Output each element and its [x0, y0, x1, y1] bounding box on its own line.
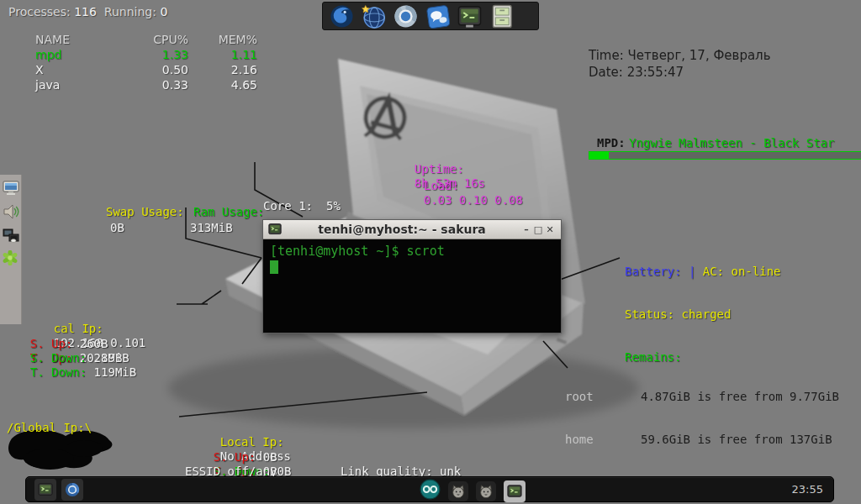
process-table: NAME CPU% MEM% mpd 1.33 1.11 X 0.50 2.16…	[35, 33, 257, 93]
taskbar-window-buttons	[34, 479, 83, 501]
system-tray	[420, 479, 526, 503]
col-name: NAME	[35, 33, 135, 48]
maximize-button[interactable]: □	[532, 224, 544, 235]
side-panel	[0, 175, 22, 324]
process-table-header: NAME CPU% MEM%	[35, 33, 257, 48]
table-row: java 0.33 4.65	[35, 78, 257, 93]
proc-mem: 4.65	[188, 78, 257, 93]
running-label: Running:	[104, 5, 156, 18]
lan-sdown-value: 289B	[94, 351, 123, 365]
minimize-button[interactable]: –	[520, 224, 532, 235]
disk-label: home	[565, 433, 641, 447]
load-line: Load: 0.03 0.10 0.08	[395, 165, 523, 222]
mpd-progress-bar[interactable]	[589, 151, 861, 160]
lan-down-row: S. Down: 289B T. Down: 119MiB	[2, 337, 155, 394]
ac-label: AC:	[703, 265, 724, 278]
swap-value: 0B	[110, 221, 124, 235]
proc-cpu: 1.33	[135, 48, 188, 63]
list-item: home59.6GiB is free from 137GiB	[565, 433, 839, 447]
table-row: mpd 1.33 1.11	[35, 48, 257, 63]
global-ip-label: /Global Ip:\	[7, 421, 92, 435]
swap-label: Swap Usage:	[106, 205, 184, 219]
date-label: Date:	[589, 65, 623, 80]
display-icon[interactable]	[3, 180, 19, 197]
battery-status-label: Status:	[625, 307, 674, 321]
proc-name: X	[35, 63, 135, 78]
table-row: X 0.50 2.16	[35, 63, 257, 78]
list-item: root4.87GiB is free from 9.77GiB	[565, 390, 839, 404]
proc-cpu: 0.50	[135, 63, 188, 78]
proc-mem: 1.11	[188, 48, 257, 63]
processes-summary: Processes: 116 Running: 0	[8, 5, 167, 18]
taskbar: 23:55	[25, 476, 834, 502]
proc-cpu: 0.33	[135, 78, 188, 93]
core1-value: 5%	[326, 199, 341, 213]
disk-value: 59.6GiB is free from 137GiB	[641, 433, 832, 446]
processes-value: 116	[74, 5, 97, 18]
chromium-icon[interactable]	[394, 4, 418, 29]
firefox-icon[interactable]	[330, 4, 354, 29]
taskbar-clock: 23:55	[792, 483, 823, 496]
processes-label: Processes:	[8, 5, 71, 18]
terminal-body[interactable]: [tenhi@myhost ~]$ scrot	[263, 239, 561, 278]
ac-value: on-line	[731, 265, 780, 278]
lan-tdown-value: 119MiB	[94, 365, 137, 379]
col-cpu: CPU%	[135, 33, 188, 48]
terminal-cursor	[270, 260, 278, 274]
app-dock	[322, 2, 539, 30]
clock-block: Time: Четверг, 17, Февраль Date: 23:55:4…	[589, 47, 771, 81]
terminal-titlebar[interactable]: tenhi@myhost:~ - sakura – □ ✕	[263, 220, 561, 239]
core1-label: Core 1:	[263, 199, 313, 213]
messenger-icon[interactable]	[425, 4, 450, 29]
mpd-label: MPD:	[597, 136, 626, 150]
ram-label: Ram Usage:	[193, 205, 264, 219]
file-manager-icon[interactable]	[489, 4, 514, 29]
taskbar-terminal-button[interactable]	[34, 479, 56, 501]
load-value: 0.03 0.10 0.08	[424, 193, 523, 207]
time-label: Time:	[589, 48, 624, 63]
network-computers-icon[interactable]	[3, 227, 19, 244]
lan-tdown-label: T. Down:	[30, 365, 87, 379]
mpd-song-title: Yngwie Malmsteen - Black Star	[629, 136, 834, 150]
terminal-title: tenhi@myhost:~ - sakura	[283, 223, 520, 236]
tray-cat-icon[interactable]	[448, 481, 468, 501]
tray-cat-icon[interactable]	[476, 481, 496, 501]
volume-icon[interactable]	[3, 203, 19, 220]
proc-mem: 2.16	[188, 63, 257, 78]
disk-value: 4.87GiB is free from 9.77GiB	[641, 390, 839, 403]
date-value: 23:55:47	[627, 65, 684, 80]
terminal-window-icon	[268, 223, 283, 236]
terminal-window[interactable]: tenhi@myhost:~ - sakura – □ ✕ [tenhi@myh…	[262, 219, 562, 333]
disk-usage-block: root4.87GiB is free from 9.77GiB home59.…	[565, 361, 839, 475]
battery-label: Battery:	[625, 265, 681, 278]
load-label: Load:	[424, 179, 459, 192]
mpd-progress-fill	[589, 152, 609, 159]
ram-value: 313MiB	[190, 221, 233, 235]
lan-sdown-label: S. Down:	[30, 351, 87, 365]
close-button[interactable]: ✕	[544, 224, 556, 235]
tray-infinity-icon[interactable]	[420, 479, 441, 503]
taskbar-chromium-button[interactable]	[61, 479, 83, 501]
disk-label: root	[565, 390, 641, 404]
terminal-prompt-line: [tenhi@myhost ~]$ scrot	[270, 244, 554, 260]
running-value: 0	[160, 5, 167, 18]
battery-status-value: charged	[681, 307, 731, 321]
terminal-icon[interactable]	[457, 4, 482, 29]
censor-scribble	[8, 430, 112, 470]
col-mem: MEM%	[188, 33, 257, 48]
web-globe-icon[interactable]	[362, 4, 386, 29]
proc-name: mpd	[35, 48, 135, 63]
tray-terminal-active-icon[interactable]	[504, 480, 526, 502]
icq-flower-icon[interactable]	[3, 250, 19, 267]
time-value: Четверг, 17, Февраль	[628, 48, 771, 63]
proc-name: java	[35, 78, 135, 93]
desktop: Processes: 116 Running: 0 NAME CPU% MEM%…	[0, 0, 861, 504]
